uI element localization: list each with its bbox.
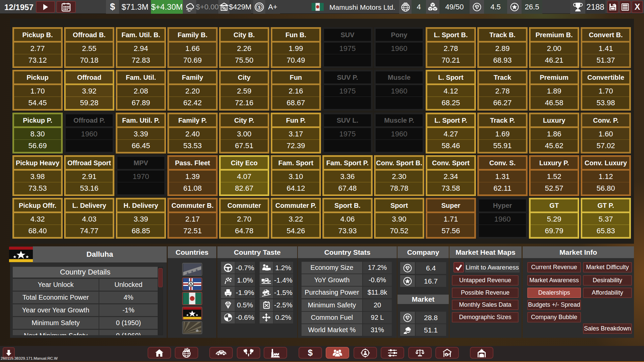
svg-text:$: $ <box>446 353 447 356</box>
svg-text:$: $ <box>258 5 261 10</box>
